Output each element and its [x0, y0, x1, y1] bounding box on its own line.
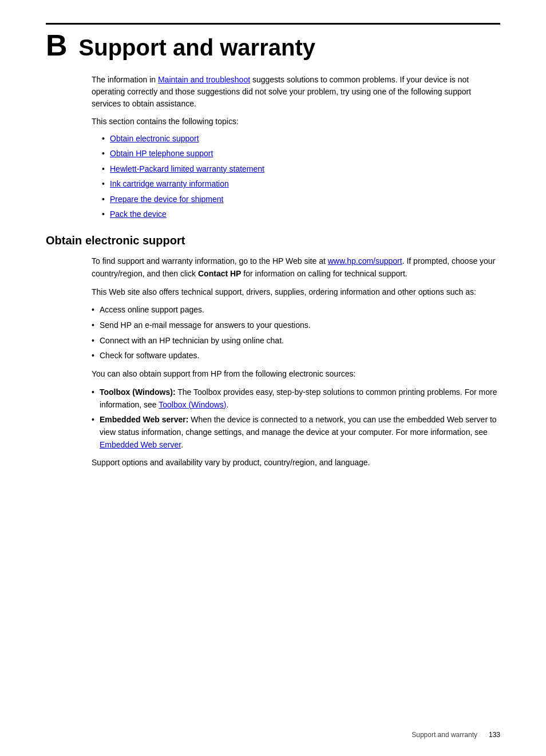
- toc-list: Obtain electronic support Obtain HP tele…: [103, 132, 500, 220]
- list-item-embedded: Embedded Web server: When the device is …: [92, 414, 500, 451]
- embedded-text-suffix: .: [181, 440, 183, 449]
- embedded-web-server-link[interactable]: Embedded Web server: [100, 440, 181, 449]
- section1-para2: This Web site also offers technical supp…: [92, 286, 500, 299]
- chapter-header: B Support and warranty: [46, 30, 500, 60]
- para1-end: for information on calling for technical…: [241, 269, 407, 278]
- simple-bullets-list: Access online support pages. Send HP an …: [92, 304, 500, 362]
- toc-link-pack-device[interactable]: Pack the device: [110, 209, 167, 219]
- list-item: Check for software updates.: [92, 350, 500, 362]
- embedded-bold: Embedded Web server:: [100, 415, 188, 424]
- intro-text-prefix: The information in: [92, 75, 158, 84]
- toc-link-warranty-statement[interactable]: Hewlett-Packard limited warranty stateme…: [110, 164, 264, 173]
- toc-link-prepare-shipment[interactable]: Prepare the device for shipment: [110, 195, 223, 204]
- list-item: Obtain electronic support: [103, 132, 500, 145]
- toolbox-text-suffix: .: [227, 400, 229, 409]
- top-border: [46, 23, 500, 25]
- section-content-electronic-support: To find support and warranty information…: [92, 255, 500, 469]
- footer-page-number: 133: [489, 731, 500, 739]
- list-item: Pack the device: [103, 208, 500, 220]
- list-item: Connect with an HP technician by using o…: [92, 335, 500, 347]
- toc-link-ink-warranty[interactable]: Ink cartridge warranty information: [110, 179, 229, 188]
- section-heading-electronic-support: Obtain electronic support: [46, 234, 500, 247]
- hp-support-link[interactable]: www.hp.com/support: [328, 256, 402, 266]
- toolbox-windows-link[interactable]: Toolbox (Windows): [159, 400, 226, 409]
- toc-link-electronic-support[interactable]: Obtain electronic support: [110, 134, 199, 143]
- list-item: Prepare the device for shipment: [103, 193, 500, 205]
- section1-para1: To find support and warranty information…: [92, 255, 500, 280]
- intro-paragraph-1: The information in Maintain and troubles…: [92, 74, 500, 110]
- detail-bullets-list: Toolbox (Windows): The Toolbox provides …: [92, 386, 500, 451]
- page-container: B Support and warranty The information i…: [0, 0, 546, 509]
- topics-label: This section contains the following topi…: [92, 116, 500, 128]
- section1-para3: You can also obtain support from HP from…: [92, 368, 500, 381]
- contact-hp-bold: Contact HP: [198, 269, 241, 278]
- section1-para4: Support options and availability vary by…: [92, 457, 500, 469]
- list-item: Ink cartridge warranty information: [103, 177, 500, 190]
- footer-label: Support and warranty: [412, 731, 477, 739]
- list-item: Access online support pages.: [92, 304, 500, 316]
- toolbox-bold: Toolbox (Windows):: [100, 387, 176, 397]
- list-item: Send HP an e-mail message for answers to…: [92, 319, 500, 332]
- toc-link-telephone-support[interactable]: Obtain HP telephone support: [110, 149, 213, 158]
- page-footer: Support and warranty 133: [412, 731, 500, 739]
- chapter-letter: B: [46, 30, 68, 60]
- maintain-troubleshoot-link[interactable]: Maintain and troubleshoot: [158, 75, 250, 84]
- list-item-toolbox: Toolbox (Windows): The Toolbox provides …: [92, 386, 500, 411]
- para1-prefix: To find support and warranty information…: [92, 256, 328, 266]
- list-item: Hewlett-Packard limited warranty stateme…: [103, 163, 500, 175]
- list-item: Obtain HP telephone support: [103, 147, 500, 160]
- chapter-title: Support and warranty: [79, 36, 315, 59]
